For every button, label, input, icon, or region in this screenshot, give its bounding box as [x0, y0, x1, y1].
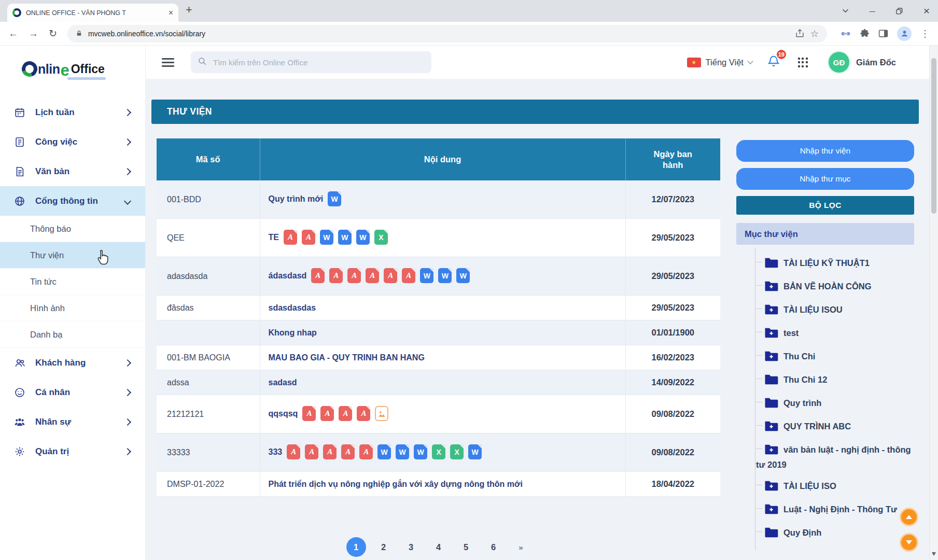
import-folder-button[interactable]: Nhập thư mục	[736, 168, 914, 190]
pdf-file-icon[interactable]: A	[384, 268, 397, 283]
tree-item-tai-lieu-iso[interactable]: TÀI LIỆU ISO	[736, 475, 914, 499]
col-header-date[interactable]: Ngày ban hành	[625, 138, 720, 180]
table-row[interactable]: 001-BM BAOGIAMAU BAO GIA - QUY TRINH BAN…	[157, 345, 720, 370]
tree-item-tai-lieu-ky-thuat1[interactable]: TÀI LIỆU KỸ THUẬT1	[736, 253, 914, 276]
forward-icon[interactable]: →	[29, 29, 38, 38]
pdf-file-icon[interactable]: A	[287, 444, 300, 459]
language-selector[interactable]: ★ Tiếng Việt	[687, 58, 752, 67]
tab-search-chevron-icon[interactable]	[842, 9, 849, 13]
pdf-file-icon[interactable]: A	[320, 406, 334, 421]
table-row[interactable]: adasdasdaádasdasdAAAAAAWWW29/05/2023	[157, 257, 720, 296]
tree-item-ban-ve-hoan-cong[interactable]: BẢN VẼ HOÀN CÔNG	[736, 276, 914, 299]
tree-item-quy-trinh[interactable]: Quy trình	[736, 393, 914, 416]
page-3-button[interactable]: 3	[401, 537, 421, 557]
pdf-file-icon[interactable]: A	[302, 230, 315, 245]
search-input[interactable]	[212, 58, 425, 67]
word-file-icon[interactable]: W	[468, 444, 482, 459]
sidebar-subitem-tin-tuc[interactable]: Tin tức	[0, 269, 145, 295]
extension-icon[interactable]	[841, 30, 851, 37]
col-header-code[interactable]: Mã số	[157, 138, 260, 180]
sidebar-subitem-hinh-anh[interactable]: Hình ảnh	[0, 295, 145, 321]
sidebar-item-cong-thong-tin[interactable]: Cổng thông tin	[0, 186, 145, 216]
pdf-file-icon[interactable]: A	[341, 444, 355, 459]
table-row[interactable]: adssasadasd14/09/2022	[157, 370, 720, 395]
word-file-icon[interactable]: W	[328, 191, 341, 206]
scrollbar-thumb[interactable]	[931, 58, 936, 214]
table-row[interactable]: 21212121qqsqsqAAAA09/08/2022	[157, 395, 720, 433]
page-2-button[interactable]: 2	[374, 537, 394, 557]
extensions-puzzle-icon[interactable]	[860, 29, 870, 38]
word-file-icon[interactable]: W	[414, 444, 427, 459]
pdf-file-icon[interactable]: A	[311, 268, 325, 283]
pdf-file-icon[interactable]: A	[302, 406, 316, 421]
import-library-button[interactable]: Nhập thư viện	[736, 140, 914, 162]
browser-tab[interactable]: ONLINE OFFICE - VĂN PHÒNG T ×	[7, 4, 178, 22]
sidebar-item-quan-tri[interactable]: Quản trị	[0, 437, 145, 466]
page-scrollbar[interactable]	[929, 46, 938, 560]
window-restore-button[interactable]	[896, 8, 903, 15]
app-logo[interactable]: nlineOffice	[22, 54, 145, 84]
tree-item-quy-inh[interactable]: Quy Định	[736, 522, 914, 545]
new-tab-button[interactable]: +	[186, 3, 192, 17]
sidebar-item-khach-hang[interactable]: Khách hàng	[0, 348, 145, 377]
sidebar-subitem-thong-bao[interactable]: Thông báo	[0, 216, 145, 242]
table-row[interactable]: 33333333AAAAAWWWXXW09/08/2022	[157, 433, 720, 472]
tree-item-van-ban-luat-nghi-inh-thong-tu-2019[interactable]: văn bản luật - nghị định - thông tư 2019	[736, 439, 914, 475]
page-1-button[interactable]: 1	[346, 537, 366, 557]
notifications-button[interactable]: 19	[767, 54, 780, 70]
excel-file-icon[interactable]: X	[432, 444, 445, 459]
scroll-up-button[interactable]	[900, 508, 918, 526]
window-close-button[interactable]: ×	[923, 5, 930, 17]
url-text[interactable]: mvcweb.onlineoffice.vn/social/library	[88, 30, 789, 38]
menu-kebab-icon[interactable]: ⋮	[920, 28, 930, 39]
search-box[interactable]	[191, 51, 431, 73]
apps-grid-icon[interactable]	[798, 58, 808, 67]
sidebar-item-ca-nhan[interactable]: Cá nhân	[0, 377, 145, 407]
pdf-file-icon[interactable]: A	[284, 230, 297, 245]
filter-button[interactable]: BỘ LỌC	[736, 196, 914, 215]
pdf-file-icon[interactable]: A	[323, 444, 337, 459]
word-file-icon[interactable]: W	[320, 230, 333, 245]
tree-item-luat-nghi-inh-thong-tu[interactable]: Luật - Nghị Định - Thông Tư	[736, 499, 914, 522]
sidebar-item-van-ban[interactable]: Văn bản	[0, 157, 145, 186]
sidebar-subitem-danh-ba[interactable]: Danh bạ	[0, 321, 145, 348]
pdf-file-icon[interactable]: A	[366, 268, 379, 283]
tree-item-test[interactable]: test	[736, 323, 914, 346]
pdf-file-icon[interactable]: A	[329, 268, 343, 283]
image-file-icon[interactable]	[375, 406, 388, 421]
pdf-file-icon[interactable]: A	[347, 268, 361, 283]
sidebar-item-lich-tuan[interactable]: Lịch tuần	[0, 97, 145, 127]
page-4-button[interactable]: 4	[429, 537, 449, 557]
word-file-icon[interactable]: W	[377, 444, 391, 459]
pdf-file-icon[interactable]: A	[357, 406, 370, 421]
hamburger-menu-icon[interactable]	[162, 56, 174, 69]
sidebar-item-cong-viec[interactable]: Công việc	[0, 127, 145, 157]
table-row[interactable]: đâsdassdasdasdas29/05/2023	[157, 296, 720, 320]
side-panel-icon[interactable]	[878, 29, 888, 38]
page-5-button[interactable]: 5	[456, 537, 476, 557]
page-next-button[interactable]: »	[511, 537, 531, 557]
word-file-icon[interactable]: W	[356, 230, 370, 245]
profile-avatar-icon[interactable]	[897, 26, 912, 41]
col-header-content[interactable]: Nội dung	[260, 138, 625, 180]
tree-item-thu-chi[interactable]: Thu Chi	[736, 346, 914, 369]
sidebar-item-nhan-su[interactable]: Nhân sự	[0, 407, 145, 437]
table-row[interactable]: DMSP-01-2022Phát triển dịch vụ nông nghi…	[157, 472, 720, 497]
pdf-file-icon[interactable]: A	[305, 444, 318, 459]
pdf-file-icon[interactable]: A	[402, 268, 415, 283]
tree-item-tai-lieu-isou[interactable]: TÀI LIỆU ISOU	[736, 299, 914, 323]
address-bar[interactable]: mvcweb.onlineoffice.vn/social/library ☆	[67, 25, 827, 43]
word-file-icon[interactable]: W	[456, 268, 470, 283]
tab-close-icon[interactable]: ×	[169, 9, 173, 17]
table-row[interactable]: Khong nhap01/01/1900	[157, 320, 720, 345]
window-minimize-button[interactable]: ─	[870, 7, 875, 16]
page-6-button[interactable]: 6	[484, 537, 503, 557]
scrollbar-down-arrow-icon[interactable]	[932, 552, 936, 556]
word-file-icon[interactable]: W	[420, 268, 433, 283]
table-row[interactable]: 001-BDDQuy trình mớiW12/07/2023	[157, 180, 720, 219]
tree-item-thu-chi-12[interactable]: Thu Chi 12	[736, 369, 914, 393]
user-menu[interactable]: GĐ Giám Đốc	[829, 52, 896, 73]
excel-file-icon[interactable]: X	[450, 444, 464, 459]
sidebar-subitem-thu-vien[interactable]: Thư viện	[0, 242, 145, 269]
excel-file-icon[interactable]: X	[374, 230, 388, 245]
